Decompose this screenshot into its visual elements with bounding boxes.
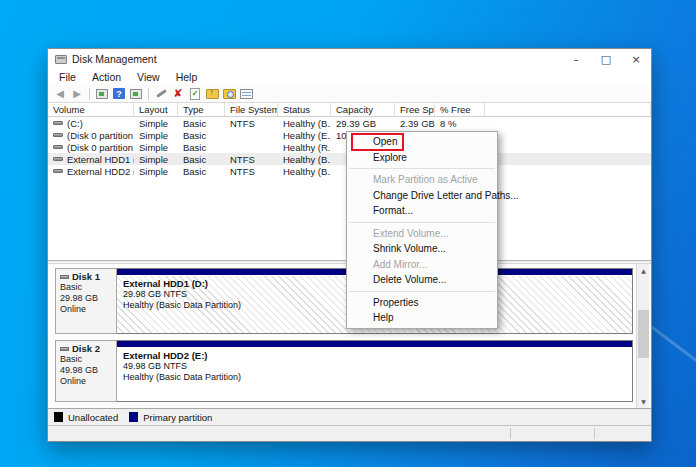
- menu-separator: [349, 291, 495, 292]
- cell-pct-free: 8 %: [435, 118, 485, 129]
- report-check-icon[interactable]: ✓: [188, 87, 202, 100]
- folder-search-icon[interactable]: [222, 87, 236, 100]
- vertical-scrollbar[interactable]: ▲ ▼: [636, 264, 649, 408]
- disk-2-header[interactable]: Disk 2 Basic 49.98 GB Online: [55, 340, 117, 402]
- window-controls: – □ ×: [561, 49, 651, 69]
- status-bar: [48, 425, 651, 441]
- window-title: Disk Management: [72, 53, 157, 65]
- partition-size: 49.98 GB NTFS: [123, 361, 626, 372]
- delete-x-icon[interactable]: ✘: [171, 87, 185, 100]
- menu-item-shrink-volume[interactable]: Shrink Volume...: [347, 241, 497, 257]
- primary-partition-swatch: [129, 412, 138, 422]
- disk-1-group: Disk 1 Basic 29.98 GB Online External HD…: [55, 268, 633, 334]
- column-header-volume[interactable]: Volume: [48, 103, 134, 116]
- toolbar: ◀ ▶ ? ✘ ✓: [48, 85, 651, 103]
- volume-name: (Disk 0 partition 1): [67, 130, 134, 141]
- table-row[interactable]: (C:) Simple Basic NTFS Healthy (B... 29.…: [48, 117, 651, 129]
- cell-free: 2.39 GB: [395, 118, 435, 129]
- cell-fs: NTFS: [225, 166, 278, 177]
- menu-item-delete-volume[interactable]: Delete Volume...: [347, 272, 497, 288]
- desktop-background: Disk Management – □ × File Action View H…: [0, 0, 696, 467]
- disk-type: Basic: [60, 354, 113, 365]
- menu-item-properties[interactable]: Properties: [347, 295, 497, 311]
- column-header-type[interactable]: Type: [178, 103, 225, 116]
- volume-name: (Disk 0 partition 4): [67, 142, 134, 153]
- disk-management-window: Disk Management – □ × File Action View H…: [47, 48, 652, 442]
- unallocated-swatch: [54, 412, 63, 422]
- close-button[interactable]: ×: [621, 49, 651, 69]
- partition-health: Healthy (Basic Data Partition): [123, 372, 626, 383]
- column-header-layout[interactable]: Layout: [134, 103, 178, 116]
- menu-separator: [349, 222, 495, 223]
- monitor-icon[interactable]: [129, 87, 143, 100]
- forward-icon[interactable]: ▶: [70, 87, 84, 100]
- cell-type: Basic: [178, 142, 225, 153]
- menu-bar: File Action View Help: [48, 69, 651, 85]
- disk-icon: [60, 347, 69, 351]
- toolbar-separator: [148, 88, 149, 100]
- minimize-button[interactable]: –: [561, 49, 591, 69]
- volume-name: External HDD2 (E:): [67, 166, 134, 177]
- cell-status: Healthy (B...: [278, 118, 331, 129]
- volume-icon: [53, 145, 63, 149]
- cell-type: Basic: [178, 118, 225, 129]
- legend-label-primary: Primary partition: [143, 412, 212, 423]
- scrollbar-thumb[interactable]: [638, 310, 649, 358]
- volume-icon: [53, 121, 63, 125]
- cell-status: Healthy (E...: [278, 130, 331, 141]
- menu-help[interactable]: Help: [168, 71, 206, 83]
- cell-type: Basic: [178, 130, 225, 141]
- maximize-button[interactable]: □: [591, 49, 621, 69]
- menu-item-open[interactable]: Open: [347, 134, 497, 150]
- statusbar-divider: [510, 428, 511, 439]
- menu-view[interactable]: View: [129, 71, 168, 83]
- column-header-pct-free[interactable]: % Free: [435, 103, 485, 116]
- menu-item-format[interactable]: Format...: [347, 203, 497, 219]
- disk-2-group: Disk 2 Basic 49.98 GB Online External HD…: [55, 340, 633, 402]
- disk-2-partition[interactable]: External HDD2 (E:) 49.98 GB NTFS Healthy…: [117, 340, 633, 402]
- scroll-down-icon[interactable]: ▼: [637, 395, 650, 408]
- cell-fs: NTFS: [225, 154, 278, 165]
- volume-icon: [53, 157, 63, 161]
- disk-management-icon: [55, 55, 67, 64]
- volume-icon: [53, 133, 63, 137]
- cell-status: Healthy (B...: [278, 166, 331, 177]
- menu-file[interactable]: File: [51, 71, 84, 83]
- column-header-file-system[interactable]: File System: [225, 103, 278, 116]
- cell-type: Basic: [178, 166, 225, 177]
- column-header-capacity[interactable]: Capacity: [331, 103, 395, 116]
- column-header-status[interactable]: Status: [278, 103, 331, 116]
- help-icon[interactable]: ?: [112, 87, 126, 100]
- folder-up-icon[interactable]: [205, 87, 219, 100]
- volume-icon: [53, 169, 63, 173]
- menu-item-change-drive-letter[interactable]: Change Drive Letter and Paths...: [347, 188, 497, 204]
- column-header-free-space[interactable]: Free Spa...: [395, 103, 435, 116]
- menu-item-explore[interactable]: Explore: [347, 150, 497, 166]
- back-icon[interactable]: ◀: [53, 87, 67, 100]
- scroll-up-icon[interactable]: ▲: [637, 264, 650, 277]
- legend-label-unallocated: Unallocated: [68, 412, 118, 423]
- disk-icon: [60, 275, 69, 279]
- disk-1-header[interactable]: Disk 1 Basic 29.98 GB Online: [55, 268, 117, 334]
- title-bar[interactable]: Disk Management – □ ×: [48, 49, 651, 69]
- statusbar-divider: [594, 428, 595, 439]
- menu-action[interactable]: Action: [84, 71, 129, 83]
- console-window-icon[interactable]: [95, 87, 109, 100]
- disk-type: Basic: [60, 282, 113, 293]
- cell-layout: Simple: [134, 154, 178, 165]
- column-header-filler: [485, 103, 651, 116]
- details-view-icon[interactable]: [239, 87, 253, 100]
- partition-context-menu: Open Explore Mark Partition as Active Ch…: [346, 131, 498, 329]
- legend-bar: Unallocated Primary partition: [48, 408, 651, 425]
- screwdriver-icon[interactable]: [154, 87, 168, 100]
- menu-separator: [349, 168, 495, 169]
- cell-fs: NTFS: [225, 118, 278, 129]
- disk-status: Online: [60, 376, 113, 387]
- disk-size: 29.98 GB: [60, 293, 113, 304]
- disk-name: Disk 2: [72, 343, 100, 354]
- menu-item-help[interactable]: Help: [347, 310, 497, 326]
- volume-name: (C:): [67, 118, 83, 129]
- cell-status: Healthy (R...: [278, 142, 331, 153]
- toolbar-separator: [89, 88, 90, 100]
- volume-name: External HDD1 (D:): [67, 154, 134, 165]
